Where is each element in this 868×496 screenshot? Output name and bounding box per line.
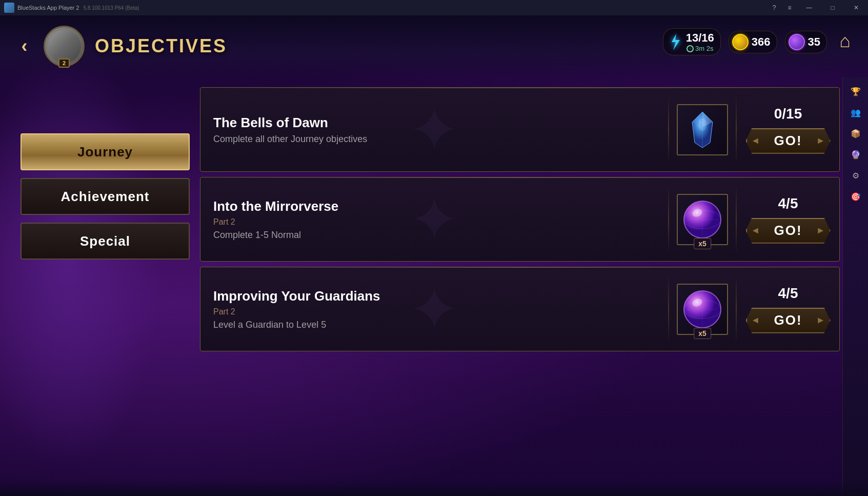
- menu-icon[interactable]: ≡: [782, 0, 797, 15]
- clock-icon: ○: [687, 45, 694, 52]
- obj-title-2: Into the Mirrorverse: [213, 199, 655, 214]
- obj-reward-2: x5: [669, 177, 736, 261]
- side-icon-2[interactable]: 👥: [846, 103, 865, 122]
- obj-info-1: ✦ The Bells of Dawn Complete all other J…: [200, 88, 668, 171]
- coin-icon: [732, 34, 749, 50]
- title-bar: BlueStacks App Player 2 5.8.100.1013 P64…: [0, 0, 868, 15]
- header: ‹ 2 OBJECTIVES 13/16: [0, 15, 868, 77]
- go-btn-label-1: GO!: [774, 133, 802, 149]
- side-icon-6[interactable]: 🎯: [846, 187, 865, 206]
- gems-value: 35: [808, 35, 820, 49]
- close-button[interactable]: ✕: [844, 0, 868, 15]
- reward-count-3: x5: [694, 328, 711, 339]
- reward-container-3: x5: [677, 284, 728, 335]
- window-controls: — □ ✕: [797, 0, 868, 15]
- gems-resource: 35: [785, 31, 827, 53]
- obj-title-1: The Bells of Dawn: [213, 115, 655, 131]
- obj-desc-1: Complete all other Journey objectives: [213, 134, 655, 145]
- title-bar-icon-group: ? ≡: [766, 0, 797, 15]
- obj-reward-3: x5: [669, 267, 736, 351]
- journey-tab[interactable]: Journey: [21, 133, 190, 170]
- main-content: ✦ The Bells of Dawn Complete all other J…: [200, 82, 840, 486]
- avatar: 2: [44, 26, 85, 67]
- go-btn-right-arrow-1: ►: [816, 135, 825, 146]
- side-icon-5[interactable]: ⚙: [846, 166, 865, 185]
- progress-2: 4/5: [778, 195, 798, 212]
- home-icon: ⌂: [839, 30, 851, 52]
- svg-marker-0: [672, 34, 680, 50]
- avatar-level: 2: [58, 58, 70, 68]
- obj-reward-1: [669, 88, 736, 171]
- obj-desc-3: Level a Guardian to Level 5: [213, 320, 655, 330]
- svg-point-5: [698, 118, 706, 131]
- obj-action-2: 4/5 ◄ GO! ►: [737, 177, 839, 261]
- home-button[interactable]: ⌂: [830, 26, 860, 56]
- side-icon-4[interactable]: 🔮: [846, 145, 865, 164]
- app-logo: [4, 3, 14, 13]
- side-icon-3[interactable]: 📦: [846, 124, 865, 143]
- gem-orb-icon-3: [682, 289, 723, 330]
- energy-icon: [667, 34, 683, 50]
- journey-tab-label: Journey: [77, 144, 133, 160]
- go-btn-right-arrow-3: ►: [816, 315, 825, 326]
- go-btn-label-2: GO!: [774, 223, 802, 239]
- go-button-1[interactable]: ◄ GO! ►: [746, 128, 831, 154]
- timer-value: 3m 2s: [695, 45, 713, 52]
- app-title: BlueStacks App Player 2: [17, 5, 79, 11]
- reward-count-2: x5: [694, 238, 711, 249]
- back-button[interactable]: ‹: [10, 32, 38, 61]
- obj-desc-2: Complete 1-5 Normal: [213, 230, 655, 241]
- obj-info-2: ✦ Into the Mirrorverse Part 2 Complete 1…: [200, 177, 668, 261]
- go-button-3[interactable]: ◄ GO! ►: [746, 308, 831, 333]
- reward-container-2: x5: [677, 194, 728, 245]
- obj-info-3: ✦ Improving Your Guardians Part 2 Level …: [200, 267, 668, 351]
- energy-value: 13/16: [686, 31, 714, 45]
- go-btn-left-arrow-2: ◄: [751, 225, 760, 236]
- achievement-tab[interactable]: Achievement: [21, 178, 190, 215]
- obj-subtitle-3: Part 2: [213, 307, 655, 316]
- page-title: OBJECTIVES: [95, 35, 227, 57]
- special-tab-label: Special: [80, 233, 130, 249]
- energy-timer: 13/16 ○ 3m 2s: [686, 31, 714, 52]
- progress-1: 0/15: [774, 106, 802, 122]
- app-version: 5.8.100.1013 P64 (Beta): [83, 5, 139, 11]
- help-icon[interactable]: ?: [766, 0, 782, 15]
- obj-title-3: Improving Your Guardians: [213, 288, 655, 304]
- energy-resource: 13/16 ○ 3m 2s: [663, 28, 721, 55]
- go-button-2[interactable]: ◄ GO! ►: [746, 218, 831, 244]
- go-btn-left-arrow-3: ◄: [751, 315, 760, 326]
- side-menu: 🏆 👥 📦 🔮 ⚙ 🎯: [842, 77, 868, 496]
- progress-3: 4/5: [778, 285, 798, 302]
- lightning-svg: [668, 34, 682, 50]
- obj-subtitle-2: Part 2: [213, 217, 655, 227]
- resource-bar: 13/16 ○ 3m 2s 366 35: [663, 28, 827, 55]
- go-btn-right-arrow-2: ►: [816, 225, 825, 236]
- objective-mirrorverse: ✦ Into the Mirrorverse Part 2 Complete 1…: [200, 177, 840, 262]
- go-btn-left-arrow-1: ◄: [751, 135, 760, 146]
- bottom-bar: [0, 481, 868, 496]
- left-nav: Journey Achievement Special: [21, 133, 190, 260]
- timer-text: ○ 3m 2s: [687, 45, 713, 52]
- objective-bells-of-dawn: ✦ The Bells of Dawn Complete all other J…: [200, 87, 840, 172]
- objective-guardians: ✦ Improving Your Guardians Part 2 Level …: [200, 267, 840, 351]
- obj-action-3: 4/5 ◄ GO! ►: [737, 267, 839, 351]
- reward-container-1: [677, 104, 728, 155]
- gem-orb-icon-2: [682, 199, 723, 240]
- back-arrow-icon: ‹: [22, 35, 28, 57]
- coins-resource: 366: [729, 31, 777, 53]
- gem-icon: [789, 34, 805, 50]
- obj-action-1: 0/15 ◄ GO! ►: [737, 88, 839, 171]
- coins-value: 366: [752, 35, 771, 49]
- crystal-icon: [684, 109, 720, 150]
- maximize-button[interactable]: □: [821, 0, 844, 15]
- achievement-tab-label: Achievement: [61, 189, 150, 205]
- game-area: ‹ 2 OBJECTIVES 13/16: [0, 15, 868, 496]
- go-btn-label-3: GO!: [774, 312, 802, 328]
- avatar-image: [48, 30, 81, 63]
- special-tab[interactable]: Special: [21, 223, 190, 260]
- minimize-button[interactable]: —: [797, 0, 821, 15]
- side-icon-1[interactable]: 🏆: [846, 82, 865, 101]
